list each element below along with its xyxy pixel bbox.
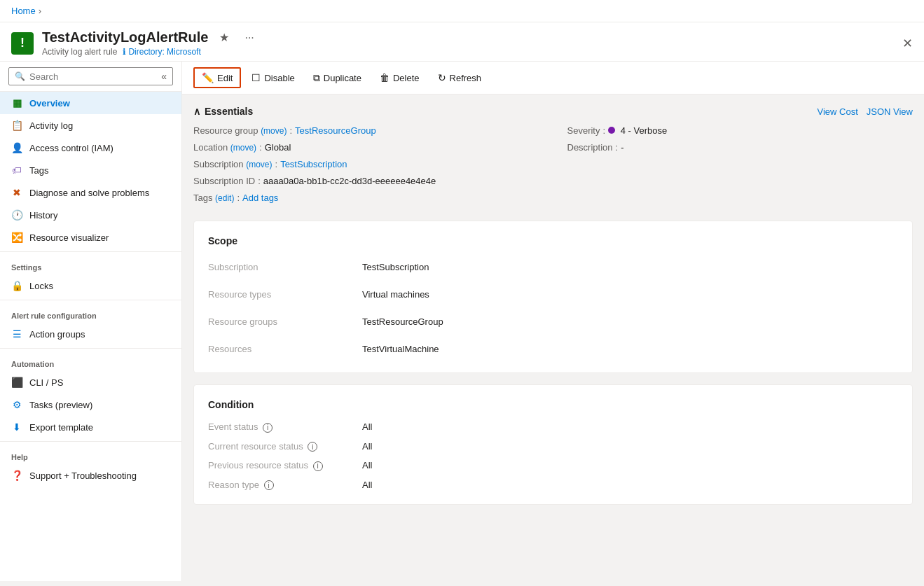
sidebar-divider-automation: [0, 348, 181, 349]
sidebar-item-overview[interactable]: ▦ Overview: [0, 92, 181, 114]
export-template-icon: ⬇: [11, 421, 22, 433]
sidebar-item-support[interactable]: ❓ Support + Troubleshooting: [0, 464, 181, 487]
sidebar-divider-settings: [0, 251, 181, 252]
sidebar-label-overview: Overview: [29, 98, 70, 109]
disable-icon: ☐: [251, 72, 261, 83]
resource-group-value[interactable]: TestResourceGroup: [295, 125, 376, 136]
scope-value-resource-groups: TestResourceGroup: [362, 312, 898, 331]
main-content: ∧ Essentials View Cost JSON View Resourc…: [182, 95, 924, 581]
tasks-preview-icon: ⚙: [11, 399, 22, 410]
subtitle-directory: Directory: Microsoft: [128, 47, 200, 57]
essentials-title-text: Essentials: [205, 106, 253, 117]
sidebar-label-cli-ps: CLI / PS: [29, 377, 63, 388]
reason-type-info-icon[interactable]: i: [264, 480, 274, 490]
sidebar-item-locks[interactable]: 🔒 Locks: [0, 274, 181, 297]
edit-button[interactable]: ✏️ Edit: [193, 67, 241, 88]
essentials-row-resource-group: Resource group (move) : TestResourceGrou…: [193, 125, 539, 142]
info-icon: ℹ: [123, 47, 126, 57]
event-status-info-icon[interactable]: i: [263, 423, 273, 433]
resource-header: ! TestActivityLogAlertRule ★ ··· Activit…: [0, 22, 924, 62]
sidebar-item-history[interactable]: 🕐 History: [0, 204, 181, 226]
current-resource-status-info-icon[interactable]: i: [308, 442, 317, 452]
sidebar-section-alert: Alert rule configuration: [0, 303, 181, 323]
disable-label: Disable: [264, 73, 294, 83]
duplicate-button[interactable]: ⧉ Duplicate: [305, 68, 369, 88]
sidebar-divider-help: [0, 441, 181, 442]
tags-value[interactable]: Add tags: [242, 193, 278, 203]
essentials-section: ∧ Essentials View Cost JSON View Resourc…: [193, 106, 913, 209]
sidebar-label-diagnose: Diagnose and solve problems: [29, 188, 149, 198]
subscription-value[interactable]: TestSubscription: [280, 159, 347, 169]
condition-label-event-status: Event status i: [208, 421, 362, 433]
sidebar-item-access-control[interactable]: 👤 Access control (IAM): [0, 137, 181, 159]
action-groups-icon: ☰: [11, 328, 22, 340]
scope-value-resource-types: Virtual machines: [362, 285, 898, 304]
essentials-grid: Resource group (move) : TestResourceGrou…: [193, 125, 913, 209]
sidebar-search-container: 🔍 «: [0, 62, 181, 92]
sidebar-divider-alert: [0, 300, 181, 300]
sidebar-item-cli-ps[interactable]: ⬛ CLI / PS: [0, 371, 181, 393]
disable-button[interactable]: ☐ Disable: [244, 68, 302, 88]
delete-icon: 🗑: [380, 72, 389, 83]
condition-value-reason-type: All: [362, 480, 898, 491]
scope-grid: Subscription TestSubscription Resource t…: [208, 258, 898, 358]
essentials-header: ∧ Essentials View Cost JSON View: [193, 106, 913, 117]
sidebar-item-tasks-preview[interactable]: ⚙ Tasks (preview): [0, 393, 181, 416]
sidebar: 🔍 « ▦ Overview 📋 Activity log 👤 Access c…: [0, 62, 182, 581]
condition-value-current-resource-status: All: [362, 441, 898, 452]
cli-ps-icon: ⬛: [11, 377, 22, 388]
scope-label-subscription: Subscription: [208, 258, 362, 277]
location-move-link[interactable]: (move): [230, 143, 256, 153]
condition-value-event-status: All: [362, 421, 898, 433]
subscription-move-link[interactable]: (move): [246, 160, 272, 169]
condition-label-reason-type: Reason type i: [208, 480, 362, 491]
refresh-label: Refresh: [450, 73, 482, 83]
support-icon: ❓: [11, 470, 22, 481]
refresh-icon: ↻: [438, 72, 446, 83]
access-control-icon: 👤: [11, 142, 22, 153]
essentials-row-location: Location (move) : Global: [193, 142, 539, 159]
sidebar-item-action-groups[interactable]: ☰ Action groups: [0, 323, 181, 345]
condition-grid: Event status i All Current resource stat…: [208, 421, 898, 490]
resource-subtitle: Activity log alert rule ℹ Directory: Mic…: [42, 47, 891, 57]
search-input[interactable]: [29, 71, 157, 82]
sidebar-item-activity-log[interactable]: 📋 Activity log: [0, 114, 181, 137]
sidebar-label-support: Support + Troubleshooting: [29, 470, 137, 481]
sidebar-label-action-groups: Action groups: [29, 329, 85, 340]
sidebar-item-diagnose[interactable]: ✖ Diagnose and solve problems: [0, 181, 181, 204]
essentials-actions: View Cost JSON View: [817, 106, 913, 117]
collapse-icon[interactable]: ∧: [193, 106, 200, 117]
essentials-row-description: Description : -: [567, 142, 913, 159]
location-value: Global: [265, 142, 291, 153]
duplicate-icon: ⧉: [313, 72, 320, 84]
sidebar-label-export-template: Export template: [29, 422, 93, 433]
sidebar-label-tags: Tags: [29, 165, 48, 176]
edit-icon: ✏️: [202, 72, 214, 83]
tags-edit-link[interactable]: (edit): [215, 193, 234, 203]
delete-button[interactable]: 🗑 Delete: [372, 68, 427, 88]
history-icon: 🕐: [11, 209, 22, 221]
resource-group-move-link[interactable]: (move): [261, 126, 287, 136]
right-panel: ✏️ Edit ☐ Disable ⧉ Duplicate 🗑 Delete ↻…: [182, 62, 924, 581]
favorite-button[interactable]: ★: [215, 29, 233, 46]
subtitle-directory-info: ℹ Directory: Microsoft: [123, 47, 200, 57]
json-view-link[interactable]: JSON View: [867, 106, 913, 117]
sidebar-label-activity-log: Activity log: [29, 120, 73, 131]
edit-label: Edit: [217, 73, 233, 83]
essentials-row-severity: Severity : 4 - Verbose: [567, 125, 913, 142]
sidebar-search-box[interactable]: 🔍 «: [8, 67, 173, 85]
close-button[interactable]: ✕: [902, 36, 913, 51]
refresh-button[interactable]: ↻ Refresh: [430, 68, 490, 88]
previous-resource-status-info-icon[interactable]: i: [313, 461, 323, 471]
sidebar-item-tags[interactable]: 🏷 Tags: [0, 159, 181, 181]
sidebar-item-resource-visualizer[interactable]: 🔀 Resource visualizer: [0, 226, 181, 249]
severity-dot: [608, 127, 615, 134]
sidebar-section-settings: Settings: [0, 255, 181, 274]
duplicate-label: Duplicate: [324, 73, 361, 83]
sidebar-item-export-template[interactable]: ⬇ Export template: [0, 416, 181, 438]
sidebar-collapse-button[interactable]: «: [161, 71, 167, 82]
essentials-right: Severity : 4 - Verbose Description : -: [567, 125, 913, 209]
more-options-button[interactable]: ···: [240, 30, 258, 46]
view-cost-link[interactable]: View Cost: [817, 106, 857, 117]
home-link[interactable]: Home: [11, 6, 36, 16]
